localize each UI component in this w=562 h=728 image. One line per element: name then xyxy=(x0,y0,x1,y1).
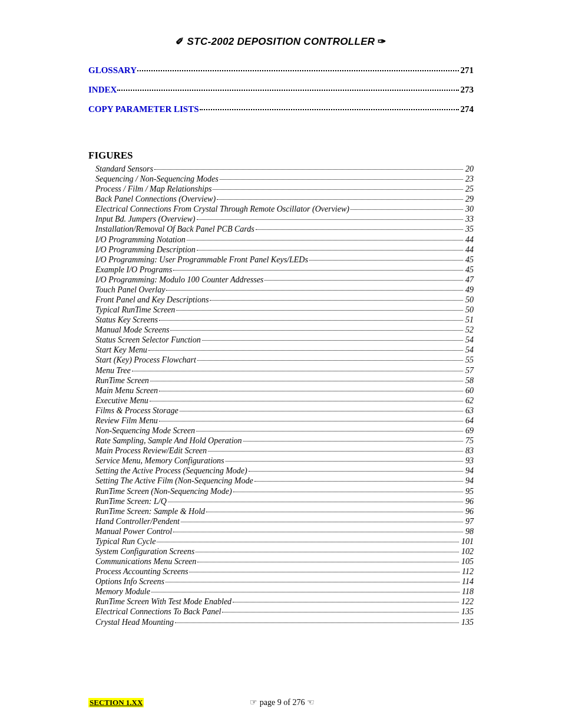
figure-label: Status Screen Selector Function xyxy=(95,335,201,345)
figure-entry: Touch Panel Overlay 49 xyxy=(95,285,474,295)
figure-page: 69 xyxy=(464,426,474,436)
figure-entry: System Configuration Screens 102 xyxy=(95,546,474,556)
leader-dots xyxy=(249,471,463,472)
toc-entry: INDEX 273 xyxy=(88,85,474,95)
figure-label: Status Key Screens xyxy=(95,315,158,325)
figure-label: I/O Programming Notation xyxy=(95,235,186,245)
figure-label: Process Accounting Screens xyxy=(95,566,188,577)
leader-dots xyxy=(173,532,463,532)
figure-label: Service Menu, Memory Configurations xyxy=(95,456,224,466)
figure-label: Setting The Active Film (Non-Sequencing … xyxy=(95,476,253,486)
figure-entry: Main Process Review/Edit Screen 83 xyxy=(95,446,474,456)
figure-page: 44 xyxy=(464,245,474,255)
figure-page: 23 xyxy=(464,174,474,184)
figure-page: 96 xyxy=(464,506,474,516)
leader-dots xyxy=(217,199,463,200)
figure-label: Memory Module xyxy=(95,587,150,597)
leader-dots xyxy=(159,391,463,391)
leader-dots xyxy=(187,240,463,241)
figure-label: RunTime Screen: Sample & Hold xyxy=(95,506,205,516)
hand-right-icon: ☞ xyxy=(250,698,257,707)
figure-entry: Sequencing / Non-Sequencing Modes 23 xyxy=(95,174,474,184)
figure-entry: Electrical Connections From Crystal Thro… xyxy=(95,204,474,214)
figure-entry: Memory Module 118 xyxy=(95,587,474,597)
figure-page: 44 xyxy=(464,235,474,245)
leader-dots xyxy=(173,270,463,271)
leader-dots xyxy=(197,219,463,220)
figure-page: 135 xyxy=(460,617,474,627)
toc-link[interactable]: COPY PARAMETER LISTS xyxy=(88,104,199,114)
figure-label: RunTime Screen: L/Q xyxy=(95,496,167,506)
figure-page: 135 xyxy=(460,607,474,617)
figure-label: RunTime Screen xyxy=(95,375,149,386)
leader-dots xyxy=(150,381,463,381)
figure-page: 47 xyxy=(464,275,474,285)
figure-label: Process / Film / Map Relationships xyxy=(95,184,211,194)
figure-entry: I/O Programming Notation 44 xyxy=(95,235,474,245)
figure-entry: Typical Run Cycle 101 xyxy=(95,536,474,546)
figure-label: Films & Process Storage xyxy=(95,406,178,416)
figure-entry: Standard Sensors 20 xyxy=(95,164,474,174)
page: ✐ STC-2002 DEPOSITION CONTROLLER ✑ GLOSS… xyxy=(0,0,562,728)
leader-dots xyxy=(196,552,459,552)
figure-page: 30 xyxy=(464,204,474,214)
toc-link[interactable]: INDEX xyxy=(88,85,117,95)
figure-page: 101 xyxy=(460,536,474,546)
figure-entry: Hand Controller/Pendent 97 xyxy=(95,516,474,526)
figure-label: Main Process Review/Edit Screen xyxy=(95,446,207,456)
leader-dots xyxy=(137,70,459,71)
leader-dots xyxy=(265,280,463,281)
section-tag: SECTION 1.XX xyxy=(88,698,144,707)
figure-label: Executive Menu xyxy=(95,396,148,406)
figure-page: 50 xyxy=(464,295,474,305)
figure-page: 49 xyxy=(464,285,474,295)
figure-label: Communications Menu Screen xyxy=(95,556,196,566)
leader-dots xyxy=(168,502,463,502)
leader-dots xyxy=(197,562,459,562)
figure-label: Typical Run Cycle xyxy=(95,536,156,546)
figure-label: Rate Sampling, Sample And Hold Operation xyxy=(95,436,242,446)
figure-label: Review Film Menu xyxy=(95,416,158,426)
figure-page: 54 xyxy=(464,335,474,345)
leader-dots xyxy=(213,189,463,190)
figure-label: Electrical Connections From Crystal Thro… xyxy=(95,204,349,214)
leader-dots xyxy=(132,371,463,371)
figure-page: 54 xyxy=(464,345,474,355)
figure-label: Manual Power Control xyxy=(95,526,172,536)
figure-entry: Films & Process Storage 63 xyxy=(95,406,474,416)
leader-dots xyxy=(256,229,463,230)
figure-page: 35 xyxy=(464,224,474,234)
leader-dots xyxy=(166,582,459,582)
figure-entry: Manual Mode Screens 52 xyxy=(95,325,474,335)
leader-dots xyxy=(157,542,459,542)
toc-page: 271 xyxy=(459,65,474,75)
figure-entry: Crystal Head Mounting 135 xyxy=(95,617,474,627)
figure-label: Touch Panel Overlay xyxy=(95,285,165,295)
page-indicator: ☞ page 9 of 276 ☜ xyxy=(144,697,421,707)
leader-dots xyxy=(202,340,463,341)
figure-page: 52 xyxy=(464,325,474,335)
leader-dots xyxy=(206,512,463,512)
figure-entry: Input Bd. Jumpers (Overview) 33 xyxy=(95,214,474,224)
page-header: ✐ STC-2002 DEPOSITION CONTROLLER ✑ xyxy=(88,35,474,48)
toc-link[interactable]: GLOSSARY xyxy=(88,65,137,75)
figure-entry: Communications Menu Screen 105 xyxy=(95,556,474,566)
figure-entry: Service Menu, Memory Configurations 93 xyxy=(95,456,474,466)
leader-dots xyxy=(150,401,463,401)
leader-dots xyxy=(181,522,463,522)
figure-label: Start Key Menu xyxy=(95,345,147,355)
figure-page: 20 xyxy=(464,164,474,174)
figure-entry: RunTime Screen (Non-Sequencing Mode) 95 xyxy=(95,486,474,496)
figure-label: I/O Programming Description xyxy=(95,245,196,255)
figure-entry: Electrical Connections To Back Panel 135 xyxy=(95,607,474,617)
figure-label: Back Panel Connections (Overview) xyxy=(95,194,216,204)
figure-page: 83 xyxy=(464,446,474,456)
leader-dots xyxy=(180,411,463,411)
leader-dots xyxy=(220,179,463,180)
figure-entry: Rate Sampling, Sample And Hold Operation… xyxy=(95,436,474,446)
figure-entry: Non-Sequencing Mode Screen 69 xyxy=(95,426,474,436)
figure-page: 45 xyxy=(464,265,474,275)
toc-main-entries: GLOSSARY 271INDEX 273COPY PARAMETER LIST… xyxy=(88,65,474,114)
figure-page: 114 xyxy=(461,577,474,587)
figure-label: Manual Mode Screens xyxy=(95,325,169,335)
